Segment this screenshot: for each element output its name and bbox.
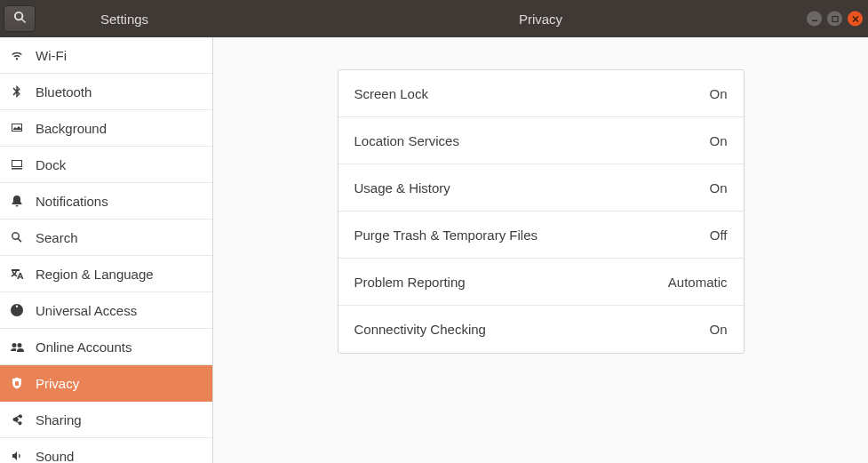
privacy-list: Screen Lock On Location Services On Usag… [338, 69, 745, 354]
sidebar-item-label: Wi-Fi [36, 48, 67, 63]
sidebar-item-label: Dock [36, 157, 66, 172]
sidebar-item-label: Bluetooth [36, 84, 92, 100]
row-label: Screen Lock [354, 86, 428, 101]
window-controls [807, 12, 863, 27]
row-label: Problem Reporting [354, 275, 466, 290]
row-label: Usage & History [354, 180, 450, 196]
row-value: On [709, 133, 727, 148]
content-area: Screen Lock On Location Services On Usag… [213, 37, 868, 463]
sidebar-item-label: Background [36, 121, 107, 136]
settings-window: Settings Privacy Wi-Fi [0, 0, 868, 463]
row-problem-reporting[interactable]: Problem Reporting Automatic [338, 259, 744, 306]
sound-icon [9, 448, 25, 463]
sidebar-item-notifications[interactable]: Notifications [0, 183, 212, 220]
row-label: Location Services [354, 133, 459, 148]
region-language-icon [9, 266, 25, 282]
sidebar-item-universal-access[interactable]: Universal Access [0, 292, 212, 329]
search-button[interactable] [4, 5, 36, 32]
titlebar-left: Settings [0, 0, 213, 37]
sidebar-item-label: Search [36, 230, 78, 245]
row-connectivity-checking[interactable]: Connectivity Checking On [338, 306, 744, 353]
search-icon [13, 11, 27, 27]
sidebar-item-online-accounts[interactable]: Online Accounts [0, 329, 212, 365]
row-value: On [709, 86, 727, 101]
sidebar[interactable]: Wi-Fi Bluetooth Background Dock [0, 37, 213, 463]
row-value: On [709, 322, 727, 337]
svg-rect-0 [812, 20, 817, 21]
sidebar-title: Settings [36, 12, 213, 27]
sidebar-item-sharing[interactable]: Sharing [0, 402, 212, 438]
share-icon [9, 411, 25, 427]
sidebar-item-label: Privacy [36, 376, 79, 391]
svg-rect-1 [832, 16, 838, 21]
page-title: Privacy [213, 0, 868, 37]
row-screen-lock[interactable]: Screen Lock On [338, 70, 744, 117]
sidebar-item-label: Universal Access [36, 303, 137, 318]
sidebar-item-dock[interactable]: Dock [0, 147, 212, 183]
dock-icon [9, 156, 25, 172]
sidebar-item-sound[interactable]: Sound [0, 438, 212, 463]
row-value: Automatic [668, 275, 728, 290]
sidebar-item-search[interactable]: Search [0, 220, 212, 256]
bell-icon [9, 193, 25, 209]
bluetooth-icon [9, 84, 25, 100]
close-button[interactable] [848, 12, 863, 27]
universal-access-icon [9, 302, 25, 318]
sidebar-item-label: Region & Language [36, 267, 154, 282]
sidebar-item-label: Notifications [36, 194, 108, 209]
titlebar: Settings Privacy [0, 0, 868, 37]
sidebar-item-background[interactable]: Background [0, 110, 212, 147]
row-usage-history[interactable]: Usage & History On [338, 164, 744, 212]
sidebar-item-wifi[interactable]: Wi-Fi [0, 37, 212, 74]
sidebar-item-label: Online Accounts [36, 339, 131, 355]
sidebar-item-label: Sharing [36, 412, 82, 427]
wifi-icon [9, 47, 25, 63]
maximize-button[interactable] [827, 12, 842, 27]
privacy-icon [9, 375, 25, 391]
row-value: Off [710, 228, 728, 243]
online-accounts-icon [9, 339, 25, 355]
sidebar-item-region-language[interactable]: Region & Language [0, 256, 212, 292]
search-icon [9, 229, 25, 245]
row-label: Purge Trash & Temporary Files [354, 228, 538, 243]
body-row: Wi-Fi Bluetooth Background Dock [0, 37, 868, 463]
row-purge-trash[interactable]: Purge Trash & Temporary Files Off [338, 212, 744, 259]
sidebar-item-label: Sound [36, 449, 74, 464]
sidebar-item-privacy[interactable]: Privacy [0, 365, 212, 402]
row-location-services[interactable]: Location Services On [338, 117, 744, 164]
sidebar-item-bluetooth[interactable]: Bluetooth [0, 74, 212, 110]
row-value: On [709, 180, 727, 196]
background-icon [9, 120, 25, 136]
row-label: Connectivity Checking [354, 322, 486, 337]
minimize-button[interactable] [807, 12, 822, 27]
